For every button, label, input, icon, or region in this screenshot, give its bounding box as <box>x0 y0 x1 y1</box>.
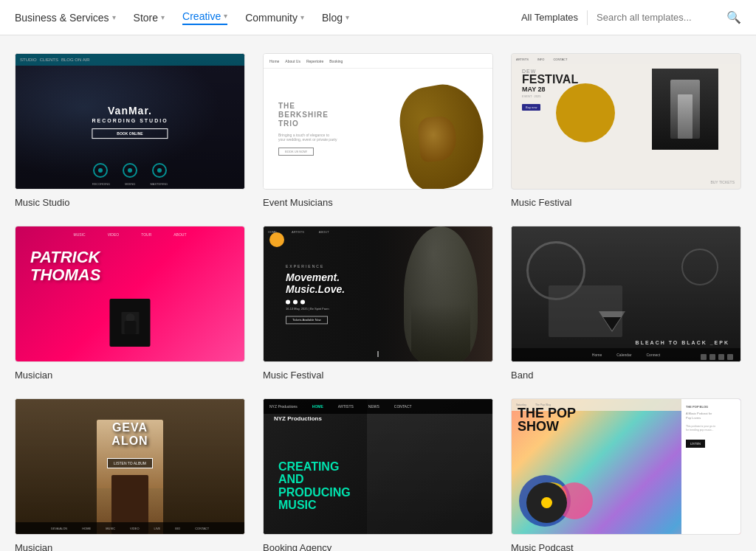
search-box: 🔍 <box>597 10 741 24</box>
all-templates-button[interactable]: All Templates <box>521 12 578 23</box>
template-label-booking-agency: Booking Agency <box>263 542 493 551</box>
template-card-musician-2[interactable]: GEVAALON LISTEN TO ALBUM GEVA ALONHOMEMU… <box>15 398 245 551</box>
template-card-booking-agency[interactable]: NYZ Productions HOME ARTISTS NEWS CONTAC… <box>263 398 493 551</box>
chevron-icon-blog: ▾ <box>346 13 349 21</box>
nav-item-blog[interactable]: Blog ▾ <box>322 12 349 24</box>
nav-item-store[interactable]: Store ▾ <box>134 12 165 24</box>
template-thumbnail-event-musicians: HomeAbout UsRepertoireBooking THEBERKSHI… <box>263 53 493 190</box>
template-card-music-studio[interactable]: STUDIOCLIENTSBLOG ON AIR VanMar. RECORDI… <box>15 53 245 208</box>
template-thumbnail-band: BLEACH TO BLACK _EPK HomeCalendarConnect <box>511 226 741 362</box>
template-thumbnail-music-studio: STUDIOCLIENTSBLOG ON AIR VanMar. RECORDI… <box>15 53 245 190</box>
template-label-music-podcast: Music Podcast <box>511 542 741 551</box>
search-input[interactable] <box>597 12 722 23</box>
nav-item-community[interactable]: Community ▾ <box>245 12 304 24</box>
template-card-band[interactable]: BLEACH TO BLACK _EPK HomeCalendarConnect… <box>511 226 741 381</box>
nav-label-creative: Creative <box>182 10 221 22</box>
template-label-musician-2: Musician <box>15 542 245 551</box>
template-card-music-podcast[interactable]: THE POP BLOG A Music Podcast forPop Love… <box>511 398 741 551</box>
nav-divider <box>587 10 588 25</box>
chevron-icon-business: ▾ <box>112 13 116 21</box>
template-label-music-festival-1: Music Festival <box>511 197 741 208</box>
template-grid: STUDIOCLIENTSBLOG ON AIR VanMar. RECORDI… <box>15 53 741 551</box>
template-thumbnail-musician: MUSICVIDEOTOURABOUT PATRICKTHOMAS <box>15 226 245 362</box>
template-card-music-festival-2[interactable]: HOME ARTISTS ABOUT EXPERIENCE Movement.M… <box>263 226 493 381</box>
nav-left: Business & Services ▾ Store ▾ Creative ▾… <box>15 10 521 25</box>
nav-item-creative[interactable]: Creative ▾ <box>182 10 227 25</box>
chevron-icon-community: ▾ <box>300 13 304 21</box>
chevron-icon-store: ▾ <box>161 13 165 21</box>
template-thumbnail-music-festival-2: HOME ARTISTS ABOUT EXPERIENCE Movement.M… <box>263 226 493 362</box>
template-card-musician[interactable]: MUSICVIDEOTOURABOUT PATRICKTHOMAS Musici… <box>15 226 245 381</box>
template-label-event-musicians: Event Musicians <box>263 197 493 208</box>
main-content: STUDIOCLIENTSBLOG ON AIR VanMar. RECORDI… <box>0 35 756 551</box>
template-label-musician: Musician <box>15 370 245 381</box>
template-label-band: Band <box>511 370 741 381</box>
template-label-music-studio: Music Studio <box>15 197 245 208</box>
template-card-event-musicians[interactable]: HomeAbout UsRepertoireBooking THEBERKSHI… <box>263 53 493 208</box>
chevron-icon-creative: ▾ <box>224 12 227 20</box>
template-thumbnail-booking-agency: NYZ Productions HOME ARTISTS NEWS CONTAC… <box>263 398 493 535</box>
template-thumbnail-music-festival-1: ARTISTS INFO CONTACT DEW FESTIVAL MAY 28… <box>511 53 741 190</box>
navbar: Business & Services ▾ Store ▾ Creative ▾… <box>0 0 756 35</box>
nav-label-store: Store <box>134 12 158 24</box>
template-thumbnail-music-podcast: THE POP BLOG A Music Podcast forPop Love… <box>511 398 741 535</box>
search-icon: 🔍 <box>726 10 741 24</box>
nav-right: All Templates 🔍 <box>521 10 741 25</box>
template-label-music-festival-2: Music Festival <box>263 370 493 381</box>
nav-label-community: Community <box>245 12 298 24</box>
template-card-music-festival-1[interactable]: ARTISTS INFO CONTACT DEW FESTIVAL MAY 28… <box>511 53 741 208</box>
search-icon-button[interactable]: 🔍 <box>726 10 741 24</box>
nav-label-business: Business & Services <box>15 12 109 24</box>
nav-item-business[interactable]: Business & Services ▾ <box>15 12 116 24</box>
template-thumbnail-musician-2: GEVAALON LISTEN TO ALBUM GEVA ALONHOMEMU… <box>15 398 245 535</box>
nav-label-blog: Blog <box>322 12 343 24</box>
